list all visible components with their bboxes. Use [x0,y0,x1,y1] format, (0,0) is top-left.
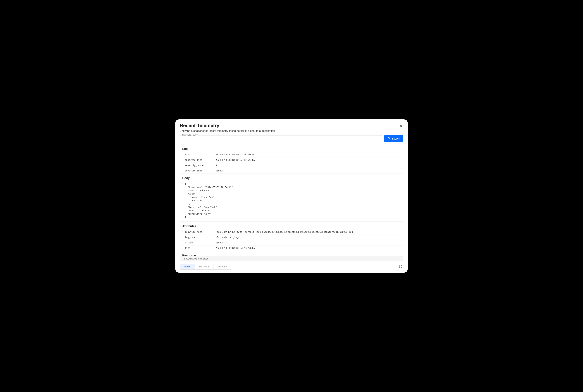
page-subtitle: Showing a snapshot of recent telemetry t… [180,129,403,132]
log-section-title: Log [180,144,403,152]
table-row: severity_text stdout [180,168,403,174]
page-title: Recent Telemetry [180,123,403,128]
body-content: { "timestamp": "2024-07-01 18:54:41", "n… [180,181,403,222]
kv-value: k8s.container_logs [213,235,403,240]
refresh-button[interactable] [398,264,403,270]
attributes-table: log.file.name json-7d4fd9fd99-f29sl_defa… [180,230,403,251]
attributes-section-title: Attributes [180,222,403,230]
tab-traces[interactable]: TRACES [213,264,231,270]
kv-key: severity_number [180,163,213,168]
close-button[interactable] [399,124,403,129]
table-row: log_type k8s.container_logs [180,235,403,240]
tabs-group: LOGS METRICS TRACES [180,264,231,270]
kv-value: 2024-07-01T18:54:41.378377635Z [213,246,403,251]
svg-line-3 [390,139,390,140]
kv-value: stdout [213,240,403,246]
log-table: time 2024-07-01T18:54:41.378377635Z obse… [180,152,403,174]
kv-key: log_type [180,235,213,240]
resource-section: Resource k8s.cluster.name test k8s.conta… [180,251,403,256]
table-row: time 2024-07-01T18:54:41.378377635Z [180,152,403,158]
refresh-icon [399,266,403,269]
kv-value: stdout [213,168,403,174]
kv-value: 2024-07-01T18:54:41.442464189Z [213,158,403,163]
table-row: severity_number 9 [180,163,403,168]
footer: LOGS METRICS TRACES [175,261,408,272]
table-row: stream stdout [180,240,403,246]
close-icon [399,124,403,128]
kv-key: time [180,246,213,251]
kv-value: json-7d4fd9fd99-f29sl_default_json-86de8… [213,230,403,235]
search-button-label: Search [392,137,400,140]
tab-logs[interactable]: LOGS [180,264,195,270]
search-icon [387,137,390,140]
search-legend: Search telemetry [181,134,198,136]
table-row: observed_time 2024-07-01T18:54:41.442464… [180,158,403,163]
telemetry-modal: Recent Telemetry Showing a snapshot of r… [175,120,408,272]
resource-section-title: Resource [180,251,403,256]
kv-key: log.file.name [180,230,213,235]
body-section: Body { "timestamp": "2024-07-01 18:54:41… [180,174,403,222]
modal-header: Recent Telemetry Showing a snapshot of r… [175,120,408,134]
kv-value: 9 [213,163,403,168]
kv-value: 2024-07-01T18:54:41.378377635Z [213,152,403,158]
search-input[interactable] [180,135,382,142]
content-area[interactable]: Log time 2024-07-01T18:54:41.378377635Z … [180,144,403,256]
log-section: Log time 2024-07-01T18:54:41.378377635Z … [180,144,403,174]
body-section-title: Body [180,174,403,181]
table-row: log.file.name json-7d4fd9fd99-f29sl_defa… [180,230,403,235]
kv-key: time [180,152,213,158]
search-field-wrapper: Search telemetry [180,135,382,142]
table-row: time 2024-07-01T18:54:41.378377635Z [180,246,403,251]
kv-key: observed_time [180,158,213,163]
search-button[interactable]: Search [384,135,403,142]
search-row: Search telemetry Search [175,134,408,144]
status-bar: Showing 101 recent logs [180,256,403,261]
attributes-section: Attributes log.file.name json-7d4fd9fd99… [180,222,403,251]
tab-metrics[interactable]: METRICS [195,264,214,270]
kv-key: severity_text [180,168,213,174]
kv-key: stream [180,240,213,246]
